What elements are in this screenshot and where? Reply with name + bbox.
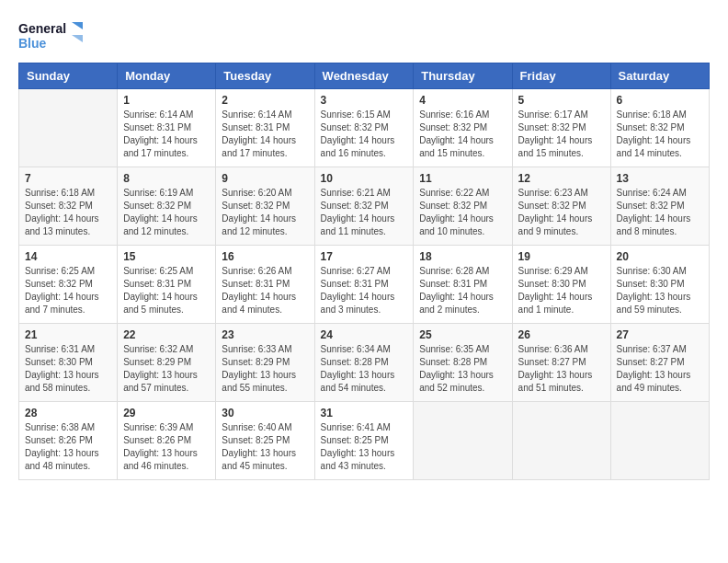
day-number: 5 — [518, 94, 605, 107]
day-info: Sunrise: 6:18 AM Sunset: 8:32 PM Dayligh… — [25, 187, 111, 238]
logo: General Blue — [18, 18, 83, 53]
day-number: 1 — [123, 94, 210, 107]
calendar-cell: 13Sunrise: 6:24 AM Sunset: 8:32 PM Dayli… — [610, 167, 709, 246]
calendar-cell: 20Sunrise: 6:30 AM Sunset: 8:30 PM Dayli… — [610, 246, 709, 324]
day-info: Sunrise: 6:23 AM Sunset: 8:32 PM Dayligh… — [518, 187, 605, 238]
svg-marker-2 — [72, 22, 83, 29]
day-info: Sunrise: 6:37 AM Sunset: 8:27 PM Dayligh… — [617, 343, 703, 395]
calendar-cell: 27Sunrise: 6:37 AM Sunset: 8:27 PM Dayli… — [610, 324, 709, 402]
day-info: Sunrise: 6:21 AM Sunset: 8:32 PM Dayligh… — [321, 187, 408, 238]
week-row-3: 14Sunrise: 6:25 AM Sunset: 8:32 PM Dayli… — [19, 246, 710, 324]
calendar-cell — [414, 402, 512, 480]
week-row-5: 28Sunrise: 6:38 AM Sunset: 8:26 PM Dayli… — [19, 402, 710, 480]
calendar-cell: 15Sunrise: 6:25 AM Sunset: 8:31 PM Dayli… — [118, 246, 216, 324]
day-number: 27 — [617, 328, 703, 341]
day-number: 16 — [222, 250, 308, 263]
day-info: Sunrise: 6:20 AM Sunset: 8:32 PM Dayligh… — [222, 187, 308, 238]
calendar-cell: 19Sunrise: 6:29 AM Sunset: 8:30 PM Dayli… — [512, 246, 610, 324]
day-info: Sunrise: 6:17 AM Sunset: 8:32 PM Dayligh… — [518, 109, 605, 160]
day-number: 8 — [123, 172, 210, 185]
day-number: 14 — [25, 250, 111, 263]
day-number: 17 — [321, 250, 408, 263]
week-row-2: 7Sunrise: 6:18 AM Sunset: 8:32 PM Daylig… — [19, 167, 710, 246]
column-header-monday: Monday — [118, 63, 216, 89]
day-number: 3 — [321, 94, 408, 107]
day-number: 4 — [419, 94, 506, 107]
calendar-cell: 8Sunrise: 6:19 AM Sunset: 8:32 PM Daylig… — [118, 167, 216, 246]
calendar-cell: 1Sunrise: 6:14 AM Sunset: 8:31 PM Daylig… — [118, 89, 216, 167]
calendar-cell: 17Sunrise: 6:27 AM Sunset: 8:31 PM Dayli… — [314, 246, 414, 324]
calendar-cell — [512, 402, 610, 480]
calendar-cell: 14Sunrise: 6:25 AM Sunset: 8:32 PM Dayli… — [19, 246, 118, 324]
day-info: Sunrise: 6:16 AM Sunset: 8:32 PM Dayligh… — [419, 109, 506, 160]
calendar-cell: 12Sunrise: 6:23 AM Sunset: 8:32 PM Dayli… — [512, 167, 610, 246]
calendar-cell: 16Sunrise: 6:26 AM Sunset: 8:31 PM Dayli… — [216, 246, 314, 324]
day-number: 26 — [518, 328, 605, 341]
day-number: 30 — [222, 407, 308, 419]
day-info: Sunrise: 6:34 AM Sunset: 8:28 PM Dayligh… — [321, 343, 408, 395]
column-header-wednesday: Wednesday — [314, 63, 414, 89]
calendar-header-row: SundayMondayTuesdayWednesdayThursdayFrid… — [19, 63, 710, 89]
calendar-cell: 24Sunrise: 6:34 AM Sunset: 8:28 PM Dayli… — [314, 324, 414, 402]
day-number: 9 — [222, 172, 308, 185]
day-info: Sunrise: 6:14 AM Sunset: 8:31 PM Dayligh… — [222, 109, 308, 160]
day-info: Sunrise: 6:26 AM Sunset: 8:31 PM Dayligh… — [222, 265, 308, 316]
svg-text:Blue: Blue — [18, 36, 47, 51]
logo-svg: General Blue — [18, 18, 83, 53]
day-info: Sunrise: 6:36 AM Sunset: 8:27 PM Dayligh… — [518, 343, 605, 395]
calendar-cell: 10Sunrise: 6:21 AM Sunset: 8:32 PM Dayli… — [314, 167, 414, 246]
column-header-saturday: Saturday — [610, 63, 709, 89]
week-row-4: 21Sunrise: 6:31 AM Sunset: 8:30 PM Dayli… — [19, 324, 710, 402]
calendar-cell — [610, 402, 709, 480]
day-info: Sunrise: 6:19 AM Sunset: 8:32 PM Dayligh… — [123, 187, 210, 238]
day-info: Sunrise: 6:28 AM Sunset: 8:31 PM Dayligh… — [419, 265, 506, 316]
column-header-sunday: Sunday — [19, 63, 118, 89]
day-number: 12 — [518, 172, 605, 185]
day-number: 7 — [25, 172, 111, 185]
calendar-cell: 4Sunrise: 6:16 AM Sunset: 8:32 PM Daylig… — [414, 89, 512, 167]
day-info: Sunrise: 6:33 AM Sunset: 8:29 PM Dayligh… — [222, 343, 308, 395]
calendar-cell: 29Sunrise: 6:39 AM Sunset: 8:26 PM Dayli… — [118, 402, 216, 480]
day-info: Sunrise: 6:25 AM Sunset: 8:32 PM Dayligh… — [25, 265, 111, 316]
day-number: 2 — [222, 94, 308, 107]
day-number: 28 — [25, 407, 111, 419]
calendar-cell: 18Sunrise: 6:28 AM Sunset: 8:31 PM Dayli… — [414, 246, 512, 324]
calendar-cell: 22Sunrise: 6:32 AM Sunset: 8:29 PM Dayli… — [118, 324, 216, 402]
page-header: General Blue — [18, 18, 710, 53]
day-info: Sunrise: 6:24 AM Sunset: 8:32 PM Dayligh… — [617, 187, 703, 238]
calendar-cell: 21Sunrise: 6:31 AM Sunset: 8:30 PM Dayli… — [19, 324, 118, 402]
calendar-cell: 9Sunrise: 6:20 AM Sunset: 8:32 PM Daylig… — [216, 167, 314, 246]
day-info: Sunrise: 6:27 AM Sunset: 8:31 PM Dayligh… — [321, 265, 408, 316]
calendar-cell: 28Sunrise: 6:38 AM Sunset: 8:26 PM Dayli… — [19, 402, 118, 480]
day-number: 15 — [123, 250, 210, 263]
day-info: Sunrise: 6:15 AM Sunset: 8:32 PM Dayligh… — [321, 109, 408, 160]
svg-marker-3 — [72, 35, 83, 42]
column-header-friday: Friday — [512, 63, 610, 89]
column-header-tuesday: Tuesday — [216, 63, 314, 89]
day-number: 19 — [518, 250, 605, 263]
calendar-cell: 23Sunrise: 6:33 AM Sunset: 8:29 PM Dayli… — [216, 324, 314, 402]
day-number: 18 — [419, 250, 506, 263]
day-number: 22 — [123, 328, 210, 341]
calendar-cell: 25Sunrise: 6:35 AM Sunset: 8:28 PM Dayli… — [414, 324, 512, 402]
day-info: Sunrise: 6:41 AM Sunset: 8:25 PM Dayligh… — [321, 421, 408, 473]
day-number: 31 — [321, 407, 408, 419]
day-number: 29 — [123, 407, 210, 419]
day-number: 25 — [419, 328, 506, 341]
column-header-thursday: Thursday — [414, 63, 512, 89]
day-number: 21 — [25, 328, 111, 341]
day-info: Sunrise: 6:38 AM Sunset: 8:26 PM Dayligh… — [25, 421, 111, 473]
day-number: 23 — [222, 328, 308, 341]
day-info: Sunrise: 6:22 AM Sunset: 8:32 PM Dayligh… — [419, 187, 506, 238]
calendar-cell: 7Sunrise: 6:18 AM Sunset: 8:32 PM Daylig… — [19, 167, 118, 246]
day-number: 20 — [617, 250, 703, 263]
day-number: 10 — [321, 172, 408, 185]
calendar-cell: 26Sunrise: 6:36 AM Sunset: 8:27 PM Dayli… — [512, 324, 610, 402]
calendar-cell: 5Sunrise: 6:17 AM Sunset: 8:32 PM Daylig… — [512, 89, 610, 167]
day-info: Sunrise: 6:40 AM Sunset: 8:25 PM Dayligh… — [222, 421, 308, 473]
day-info: Sunrise: 6:30 AM Sunset: 8:30 PM Dayligh… — [617, 265, 703, 316]
svg-text:General: General — [18, 21, 66, 36]
week-row-1: 1Sunrise: 6:14 AM Sunset: 8:31 PM Daylig… — [19, 89, 710, 167]
day-number: 13 — [617, 172, 703, 185]
day-info: Sunrise: 6:35 AM Sunset: 8:28 PM Dayligh… — [419, 343, 506, 395]
